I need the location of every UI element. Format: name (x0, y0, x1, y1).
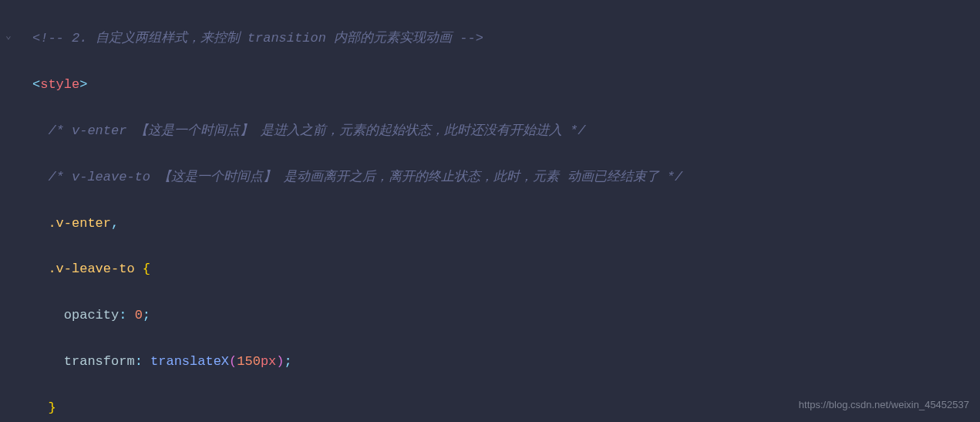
indent (32, 170, 48, 184)
fold-arrow-icon[interactable]: ⌄ (5, 28, 12, 46)
editor-gutter: ⌄ (0, 0, 20, 422)
css-selector: .v-leave-to (48, 262, 134, 276)
paren: ) (276, 354, 284, 369)
css-value: 150 (237, 354, 261, 369)
indent (32, 354, 64, 369)
code-comment: /* v-leave-to 【这是一个时间点】 是动画离开之后，离开的终止状态，… (48, 170, 682, 184)
code-comment: /* v-enter 【这是一个时间点】 是进入之前，元素的起始状态，此时还没有… (48, 123, 585, 138)
code-editor[interactable]: <!-- 2. 自定义两组样式，来控制 transition 内部的元素实现动画… (0, 0, 980, 422)
indent (32, 400, 48, 415)
tag-bracket: < (32, 77, 40, 92)
code-comment: <!-- 2. 自定义两组样式，来控制 transition 内部的元素实现动画… (32, 31, 483, 46)
tag-name: style (40, 77, 79, 92)
css-selector: .v-enter (48, 216, 111, 231)
css-unit: px (261, 354, 276, 369)
brace: { (143, 262, 150, 276)
watermark-text: https://blog.csdn.net/weixin_45452537 (799, 397, 969, 414)
punctuation: : (119, 308, 134, 322)
punctuation: ; (285, 354, 292, 369)
css-value: 0 (135, 308, 143, 322)
tag-bracket: > (79, 77, 87, 92)
paren: ( (229, 354, 237, 369)
brace: } (48, 400, 56, 415)
indent (32, 262, 48, 276)
css-function: translateX (150, 354, 229, 369)
css-property: opacity (64, 308, 119, 322)
punctuation: : (135, 354, 150, 369)
css-property: transform (64, 354, 135, 369)
punctuation: ; (143, 308, 150, 322)
text (135, 262, 143, 276)
indent (32, 216, 48, 231)
punctuation: , (111, 216, 119, 231)
indent (32, 308, 64, 322)
indent (32, 123, 48, 138)
